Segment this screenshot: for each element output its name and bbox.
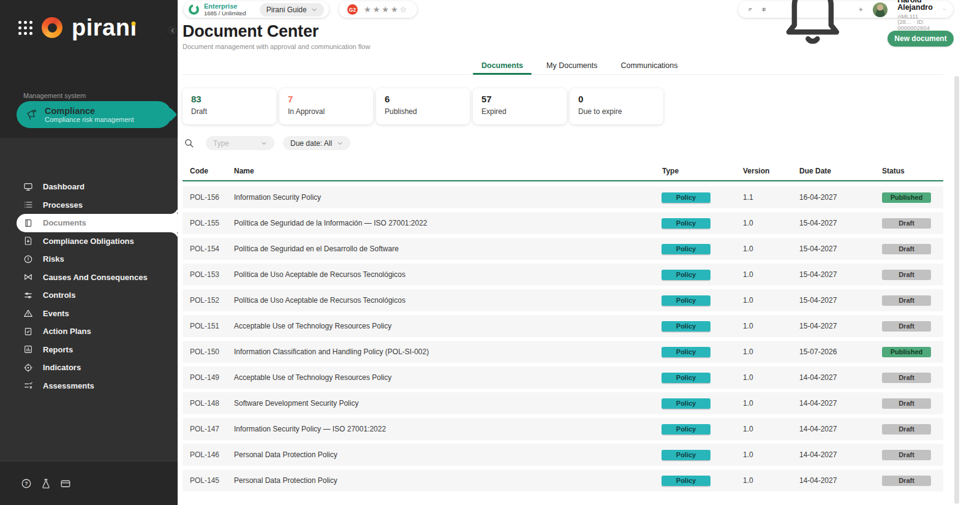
table-row-pol-153[interactable]: POL-153Política de Uso Aceptable de Recu… — [183, 264, 943, 286]
vertical-scrollbar[interactable] — [954, 76, 959, 504]
pirani-guide-dropdown[interactable]: Pirani Guide — [260, 3, 324, 17]
cell-due-date: 15-04-2027 — [799, 289, 837, 311]
stat-value: 6 — [385, 94, 461, 104]
megaphone-icon — [25, 108, 37, 121]
status-badge: Draft — [882, 218, 931, 229]
cell-code: POL-154 — [190, 238, 219, 260]
notifications-button[interactable]: 13 — [776, 0, 850, 46]
status-badge: Published — [882, 192, 931, 203]
gear-icon[interactable] — [859, 4, 863, 15]
stat-card-draft[interactable]: 83Draft — [183, 88, 276, 124]
table-row-pol-154[interactable]: POL-154Política de Seguridad en el Desar… — [183, 238, 943, 260]
column-header-due-date[interactable]: Due Date — [799, 167, 831, 175]
user-meta: AML111 (28… · ID: 0000002804 — [897, 13, 933, 31]
causes-icon — [23, 272, 33, 282]
library-icon[interactable] — [762, 4, 766, 15]
processes-icon — [23, 200, 33, 210]
table-body: POL-156Information Security PolicyPolicy… — [183, 186, 943, 492]
stat-card-due-to-expire[interactable]: 0Due to expire — [570, 88, 663, 124]
column-header-version[interactable]: Version — [743, 167, 769, 175]
table-row-pol-146[interactable]: POL-146Personal Data Protection PolicyPo… — [183, 444, 943, 466]
plan-logo-icon — [189, 4, 199, 15]
sidebar-item-processes[interactable]: Processes — [0, 196, 178, 215]
cell-version: 1.0 — [743, 289, 753, 311]
module-selector-compliance[interactable]: Compliance Compliance risk management — [17, 101, 172, 128]
table-row-pol-147[interactable]: POL-147Information Security Policy — ISO… — [183, 418, 943, 440]
column-header-code[interactable]: Code — [190, 167, 208, 175]
management-system-label: Management system — [23, 92, 86, 99]
sidebar-item-dashboard[interactable]: Dashboard — [0, 178, 178, 196]
status-badge: Draft — [882, 270, 931, 280]
type-badge: Policy — [662, 218, 710, 229]
risks-icon — [23, 254, 33, 264]
search-icon[interactable] — [184, 138, 194, 148]
cell-due-date: 15-04-2027 — [799, 212, 837, 234]
dots-grid-icon — [18, 21, 32, 35]
cell-version: 1.0 — [743, 366, 753, 389]
card-icon[interactable] — [60, 478, 71, 489]
status-badge: Published — [882, 347, 931, 357]
status-badge: Draft — [882, 450, 931, 460]
sidebar-item-compliance-obligations[interactable]: Compliance Obligations — [0, 232, 178, 251]
sidebar-item-label: Action Plans — [43, 327, 91, 336]
table-row-pol-156[interactable]: POL-156Information Security PolicyPolicy… — [183, 186, 943, 208]
table-row-pol-148[interactable]: POL-148Software Development Security Pol… — [183, 392, 943, 414]
type-badge: Policy — [662, 270, 710, 280]
cell-code: POL-146 — [190, 444, 219, 466]
table-row-pol-152[interactable]: POL-152Política de Uso Aceptable de Recu… — [183, 289, 943, 311]
cell-version: 1.1 — [743, 186, 753, 208]
stat-card-in-approval[interactable]: 7In Approval — [279, 88, 373, 124]
flask-icon[interactable] — [40, 478, 51, 489]
cell-name: Acceptable Use of Technology Resources P… — [234, 315, 391, 337]
assessments-icon — [23, 381, 33, 390]
stat-card-expired[interactable]: 57Expired — [473, 88, 567, 124]
sidebar-item-label: Indicators — [43, 363, 81, 372]
new-document-button[interactable]: New document — [888, 31, 954, 47]
user-menu-chevron-icon[interactable] — [943, 6, 946, 13]
sidebar-item-reports[interactable]: Reports — [0, 341, 178, 359]
tab-communications[interactable]: Communications — [612, 58, 686, 73]
sidebar-item-causes-and-consequences[interactable]: Causes And Consequences — [0, 268, 178, 287]
due-date-filter-dropdown[interactable]: Due date: All — [283, 136, 350, 150]
g2-logo-icon: G2 — [347, 4, 358, 15]
plan-pill: Enterprise 1685 / Unlimited Pirani Guide — [184, 1, 329, 18]
cell-version: 1.0 — [743, 392, 753, 414]
column-header-type[interactable]: Type — [662, 167, 679, 175]
sidebar-item-controls[interactable]: Controls — [0, 286, 178, 305]
cell-due-date: 14-04-2027 — [799, 392, 837, 414]
tab-documents[interactable]: Documents — [473, 58, 532, 73]
tab-my-documents[interactable]: My Documents — [538, 58, 606, 73]
cell-name: Política de Seguridad en el Desarrollo d… — [234, 238, 399, 260]
cell-name: Information Security Policy — [234, 186, 321, 208]
sidebar-collapse-button[interactable] — [167, 25, 178, 36]
column-header-name[interactable]: Name — [234, 167, 254, 175]
sidebar-nav: DashboardProcessesDocumentsCompliance Ob… — [0, 178, 178, 395]
table-row-pol-149[interactable]: POL-149Acceptable Use of Technology Reso… — [183, 366, 943, 389]
star-rating[interactable]: ★★★★☆ — [364, 5, 409, 14]
type-filter-dropdown[interactable]: Type — [206, 136, 274, 150]
brand-logo[interactable]: piranı — [18, 17, 137, 38]
sidebar-item-action-plans[interactable]: Action Plans — [0, 322, 178, 341]
documents-icon — [23, 218, 33, 228]
sidebar-item-assessments[interactable]: Assessments — [0, 377, 178, 395]
table-header: CodeNameTypeVersionDue DateStatus — [183, 164, 943, 181]
type-badge: Policy — [662, 424, 710, 435]
column-header-status[interactable]: Status — [882, 167, 905, 175]
table-row-pol-145[interactable]: POL-145Personal Data Protection PolicyPo… — [183, 469, 943, 492]
cell-name: Personal Data Protection Policy — [234, 469, 337, 492]
help-icon[interactable]: ? — [21, 478, 32, 489]
sidebar-item-risks[interactable]: Risks — [0, 250, 178, 268]
table-row-pol-151[interactable]: POL-151Acceptable Use of Technology Reso… — [183, 315, 943, 337]
events-icon — [23, 308, 33, 318]
sidebar-item-events[interactable]: Events — [0, 305, 178, 323]
sidebar-item-documents[interactable]: Documents — [17, 214, 178, 232]
add-user-icon[interactable] — [748, 4, 752, 15]
stat-label: Due to expire — [578, 107, 655, 116]
stat-value: 0 — [578, 94, 655, 104]
stat-card-published[interactable]: 6Published — [376, 88, 470, 124]
type-filter-placeholder: Type — [213, 139, 229, 148]
avatar[interactable] — [873, 2, 888, 17]
sidebar-item-indicators[interactable]: Indicators — [0, 359, 178, 377]
table-row-pol-155[interactable]: POL-155Política de Seguridad de la Infor… — [183, 212, 943, 234]
table-row-pol-150[interactable]: POL-150Information Classification and Ha… — [183, 341, 943, 363]
